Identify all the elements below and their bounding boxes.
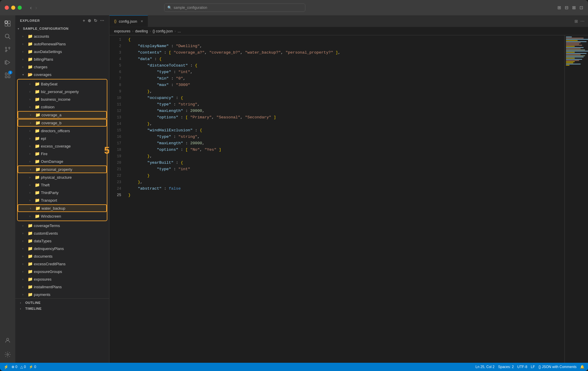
sidebar-item-coverage_b[interactable]: 📁 coverage_b xyxy=(18,119,107,127)
label-epl: epl xyxy=(41,136,46,141)
layout-icon-2[interactable]: ⊟ xyxy=(565,5,569,10)
sidebar-item-epl[interactable]: 📁 epl xyxy=(18,135,107,142)
sidebar-item-excessCreditPlans[interactable]: 📁 excessCreditPlans xyxy=(15,260,109,268)
editor-content: 1 2 3 4 5 6 7 8 9 10 11 12 13 14 15 16 1 xyxy=(109,35,588,363)
folder-icon: 📁 xyxy=(35,206,40,211)
code-line-10: "occupancy" : { xyxy=(128,95,564,101)
more-tabs-icon[interactable]: ⋯ xyxy=(580,19,584,24)
extensions-activity-icon[interactable]: 1 xyxy=(2,69,14,81)
status-warnings[interactable]: △ 0 xyxy=(20,365,26,369)
sidebar-item-Fire[interactable]: 📁 Fire xyxy=(18,150,107,158)
new-file-icon[interactable]: + xyxy=(83,18,85,23)
source-control-activity-icon[interactable] xyxy=(2,44,14,55)
search-activity-icon[interactable] xyxy=(2,31,14,42)
tab-config-json[interactable]: {} config.json × xyxy=(109,15,148,27)
sidebar-item-exposureGroups[interactable]: 📁 exposureGroups xyxy=(15,268,109,275)
tree-root[interactable]: SAMPLE_CONFIGURATION xyxy=(15,25,109,32)
tab-close-button[interactable]: × xyxy=(141,19,143,24)
run-activity-icon[interactable] xyxy=(2,57,14,68)
line-num-8: 8 xyxy=(109,82,121,88)
breadcrumb-ellipsis[interactable]: … xyxy=(177,29,181,33)
settings-activity-icon[interactable] xyxy=(2,349,14,360)
sidebar-item-personal_property[interactable]: 📁 personal_property xyxy=(18,165,107,173)
breadcrumb-config-json[interactable]: {} config.json xyxy=(153,29,173,33)
sidebar-item-customEvents[interactable]: 📁 customEvents xyxy=(15,229,109,237)
sidebar-item-installmentPlans[interactable]: 📁 installmentPlans xyxy=(15,283,109,291)
status-spaces[interactable]: Spaces: 2 xyxy=(498,365,514,369)
sidebar-item-BabySeat[interactable]: 📁 BabySeat xyxy=(18,80,107,88)
label-personal_property: personal_property xyxy=(41,167,72,172)
back-button[interactable]: ‹ xyxy=(30,5,32,11)
sidebar-item-payments[interactable]: 📁 payments xyxy=(15,291,109,298)
sidebar-item-business_income[interactable]: 📁 business_income xyxy=(18,95,107,103)
layout-icon-4[interactable]: ⊡ xyxy=(579,5,583,10)
sidebar-item-Theft[interactable]: 📁 Theft xyxy=(18,181,107,189)
sidebar-item-delinquencyPlans[interactable]: 📁 delinquencyPlans xyxy=(15,245,109,252)
line-num-2: 2 xyxy=(109,43,121,49)
timeline-section[interactable]: TIMELINE xyxy=(15,306,109,312)
global-search[interactable]: 🔍 sample_configuration xyxy=(164,4,305,12)
sidebar-item-coverageTerms[interactable]: 📁 coverageTerms xyxy=(15,222,109,229)
sidebar-item-ThirdParty[interactable]: 📁 ThirdParty xyxy=(18,189,107,196)
sidebar-item-biz_personal_property[interactable]: 📁 biz_personal_property xyxy=(18,88,107,95)
minimize-button[interactable] xyxy=(11,6,15,10)
forward-button[interactable]: › xyxy=(35,5,37,11)
line-num-24: 24 xyxy=(109,186,121,192)
search-icon: 🔍 xyxy=(167,6,172,10)
folder-icon: 📁 xyxy=(35,144,40,148)
more-actions-icon[interactable]: ⋯ xyxy=(100,18,104,23)
sidebar-item-directors_officers[interactable]: 📁 directors_officers xyxy=(18,127,107,135)
close-button[interactable] xyxy=(5,6,9,10)
breadcrumb-dwelling[interactable]: dwelling xyxy=(135,29,148,33)
account-activity-icon[interactable] xyxy=(2,334,14,346)
line-num-17: 17 xyxy=(109,140,121,147)
layout-icon-1[interactable]: ⊞ xyxy=(557,5,561,10)
label-directors_officers: directors_officers xyxy=(41,129,70,133)
sidebar-item-billingPlans[interactable]: 📁 billingPlans xyxy=(15,55,109,63)
sidebar-item-excess_coverage[interactable]: 📁 excess_coverage xyxy=(18,142,107,150)
sidebar-item-Transport[interactable]: 📁 Transport xyxy=(18,196,107,204)
line-num-20: 20 xyxy=(109,160,121,166)
label-charges: charges xyxy=(34,65,47,69)
status-language[interactable]: {} JSON with Comments xyxy=(539,365,577,369)
sidebar-item-accounts[interactable]: 📁 accounts xyxy=(15,32,109,40)
sidebar-item-Windscreen[interactable]: 📁 Windscreen xyxy=(18,212,107,220)
svg-point-15 xyxy=(6,338,9,340)
sidebar-item-physical_structure[interactable]: 📁 physical_structure xyxy=(18,173,107,181)
sidebar-item-coverage_a[interactable]: 📁 coverage_a xyxy=(18,111,107,119)
sidebar-item-OwnDamage[interactable]: 📁 OwnDamage xyxy=(18,158,107,165)
chevron-installmentPlans xyxy=(22,285,26,289)
new-folder-icon[interactable]: ⊕ xyxy=(88,18,91,23)
status-remote[interactable]: ⚡ 0 xyxy=(29,365,36,369)
layout-icon-3[interactable]: ⊠ xyxy=(572,5,576,10)
sidebar-item-auxDataSettings[interactable]: 📁 auxDataSettings xyxy=(15,48,109,55)
explorer-activity-icon[interactable] xyxy=(2,18,14,29)
tab-bar: {} config.json × ⊞ ⋯ xyxy=(109,15,588,27)
chevron-biz_personal_property xyxy=(29,90,34,93)
sidebar-item-dataTypes[interactable]: 📁 dataTypes xyxy=(15,237,109,245)
status-encoding[interactable]: UTF-8 xyxy=(517,365,527,369)
chevron-excessCreditPlans xyxy=(22,262,26,266)
label-installmentPlans: installmentPlans xyxy=(34,285,62,289)
app-body: 1 Explorer + ⊕ xyxy=(0,15,588,363)
refresh-icon[interactable]: ↻ xyxy=(94,18,98,23)
sidebar-item-charges[interactable]: 📁 charges xyxy=(15,63,109,71)
sidebar-item-exposures[interactable]: 📁 exposures xyxy=(15,275,109,283)
sidebar-item-autoRenewalPlans[interactable]: 📁 autoRenewalPlans xyxy=(15,40,109,48)
sidebar-item-collision[interactable]: 📁 collision xyxy=(18,103,107,111)
sidebar-item-water_backup[interactable]: 📁 water_backup xyxy=(18,204,107,212)
notification-icon[interactable]: 🔔 xyxy=(580,365,584,369)
status-eol[interactable]: LF xyxy=(531,365,535,369)
maximize-button[interactable] xyxy=(18,6,22,10)
split-editor-icon[interactable]: ⊞ xyxy=(574,19,578,24)
breadcrumb-exposures[interactable]: exposures xyxy=(114,29,130,33)
sidebar-item-documents[interactable]: 📁 documents xyxy=(15,252,109,260)
sidebar-item-coverages[interactable]: 📂 coverages xyxy=(15,71,109,78)
svg-point-8 xyxy=(5,50,7,52)
folder-icon: 📁 xyxy=(28,64,33,69)
status-errors[interactable]: ⊗ 0 xyxy=(11,365,17,369)
status-ln-col[interactable]: Ln 25, Col 2 xyxy=(476,365,495,369)
outline-section[interactable]: OUTLINE xyxy=(15,300,109,306)
label-BabySeat: BabySeat xyxy=(41,82,57,86)
code-editor[interactable]: { "displayName" : "Dwelling", "contents"… xyxy=(124,35,564,363)
